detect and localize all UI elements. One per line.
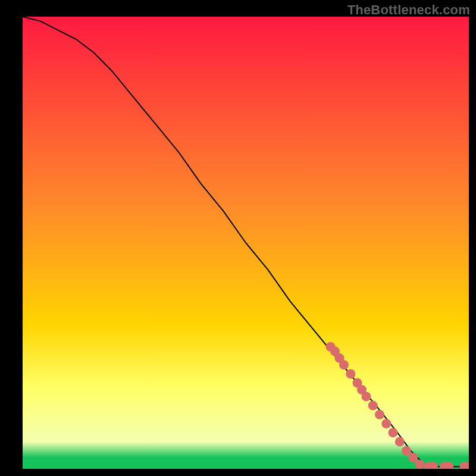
data-marker bbox=[408, 453, 418, 462]
chart-container: TheBottleneck.com bbox=[0, 0, 476, 476]
data-marker bbox=[402, 446, 411, 456]
data-marker bbox=[395, 437, 405, 446]
plot-area bbox=[23, 17, 469, 469]
data-marker bbox=[389, 428, 398, 437]
data-marker bbox=[375, 410, 384, 419]
data-marker bbox=[381, 419, 391, 428]
chart-svg bbox=[23, 17, 469, 469]
data-marker bbox=[346, 369, 355, 378]
data-marker bbox=[415, 459, 425, 469]
data-marker bbox=[339, 360, 349, 369]
data-marker bbox=[368, 401, 378, 411]
data-marker bbox=[362, 392, 371, 401]
attribution-text: TheBottleneck.com bbox=[347, 2, 470, 18]
